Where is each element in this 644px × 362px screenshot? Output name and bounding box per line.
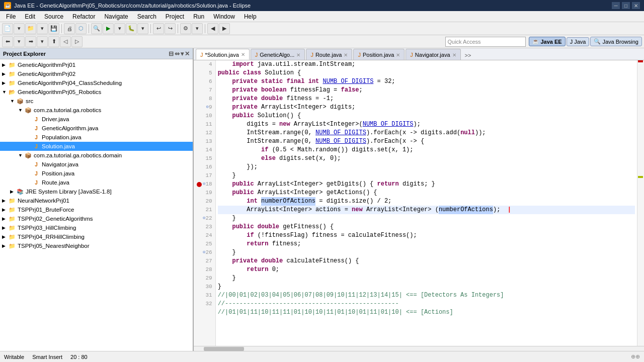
tab-navigator[interactable]: J Navigator.java ✕ (406, 49, 460, 60)
tree-item-driver[interactable]: J Driver.java (0, 115, 193, 124)
maximize-button[interactable]: □ (622, 2, 630, 9)
tree-item-tsp04[interactable]: ▶ 📁 TSPPrj04_RRHillClimbing (0, 232, 193, 241)
menu-edit[interactable]: Edit (21, 12, 39, 21)
menu-navigate[interactable]: Navigate (100, 12, 132, 21)
tree-item-pkg1[interactable]: ▼ 📦 com.za.tutorial.ga.robotics (0, 106, 193, 115)
quick-access-input[interactable]: Quick Access (445, 37, 526, 47)
perspective-java[interactable]: J Java (567, 37, 590, 46)
menu-file[interactable]: File (2, 12, 20, 21)
menu-project[interactable]: Project (162, 12, 188, 21)
code-editor[interactable]: 4 5 6 7 8 ⊖9 10 11 12 13 14 15 16 17 ⊖18 (194, 60, 644, 346)
project-explorer: Project Explorer ⊟ ⇔ ▾ ✕ ▶ 📁 GeneticAlgo… (0, 48, 194, 351)
print-button[interactable]: 🖨 (64, 23, 75, 34)
tab-close-route[interactable]: ✕ (344, 52, 348, 58)
line-6: 6 (197, 77, 212, 86)
tab-geneticalgo[interactable]: J GeneticAlgo... ✕ (251, 49, 305, 60)
sep3 (150, 24, 151, 33)
build-button[interactable]: ⚙ (180, 23, 191, 34)
tree-item-prj04[interactable]: ▶ 📁 GeneticAlgorithmPrj04_ClassSchedulin… (0, 78, 193, 87)
menu-source[interactable]: Source (40, 12, 67, 21)
up-button[interactable]: ⬆ (48, 36, 59, 47)
tab-route[interactable]: J Route.java ✕ (306, 49, 352, 60)
sep4 (178, 24, 178, 33)
tree-label: GeneticAlgorithmPrj04_ClassScheduling (18, 80, 122, 86)
line-numbers: 4 5 6 7 8 ⊖9 10 11 12 13 14 15 16 17 ⊖18 (194, 60, 216, 346)
new-button[interactable]: 📄 (2, 23, 13, 34)
pe-collapse-icon[interactable]: ⊟ (169, 50, 174, 57)
pe-close-icon[interactable]: ✕ (185, 50, 190, 57)
debug-run-button[interactable]: 🐛 (126, 23, 137, 34)
tree-item-population[interactable]: J Population.java (0, 133, 193, 142)
new-dropdown[interactable]: ▾ (14, 23, 25, 34)
code-line-32: //--------------------------------------… (218, 300, 635, 308)
close-button[interactable]: ✕ (632, 2, 640, 9)
tree-item-solution[interactable]: J Solution.java (0, 142, 193, 151)
tab-close-navigator[interactable]: ✕ (452, 52, 456, 58)
perspective-java-browsing[interactable]: 🔍 Java Browsing (590, 37, 642, 46)
tree-item-route[interactable]: J Route.java (0, 178, 193, 187)
debug-dropdown[interactable]: ▾ (137, 23, 148, 34)
minimize-button[interactable]: ─ (612, 2, 620, 9)
line-10: 10 (197, 112, 212, 120)
tab-overflow[interactable]: >> (462, 51, 474, 60)
back-dropdown[interactable]: ▾ (14, 36, 25, 47)
next-edit-button[interactable]: ▷ (71, 36, 83, 47)
tab-close-ga[interactable]: ✕ (296, 52, 300, 58)
prev-annotation[interactable]: ◀ (207, 23, 218, 34)
menu-window[interactable]: Window (209, 12, 239, 21)
tree-item-prj01[interactable]: ▶ 📁 GeneticAlgorithmPrj01 (0, 60, 193, 69)
tree-item-nn[interactable]: ▶ 📁 NeuralNetworkPrj01 (0, 196, 193, 205)
back-button[interactable]: ⬅ (2, 36, 13, 47)
window-title: Java EE - GeneticAlgorithmPrj05_Robotics… (14, 3, 251, 9)
tree-item-tsp05[interactable]: ▶ 📁 TSPPrj05_NearestNeighbor (0, 241, 193, 250)
menu-help[interactable]: Help (240, 12, 261, 21)
undo-button[interactable]: ↩ (153, 23, 164, 34)
tree-item-tsp03[interactable]: ▶ 📁 TSPPrj03_HillClimbing (0, 223, 193, 232)
menu-search[interactable]: Search (133, 12, 160, 21)
tree-item-jre[interactable]: ▶ 📚 JRE System Library [JavaSE-1.8] (0, 187, 193, 196)
tree-item-prj02[interactable]: ▶ 📁 GeneticAlgorithmPrj02 (0, 69, 193, 78)
code-content[interactable]: import java.util.stream.IntStream; publi… (216, 60, 637, 346)
tab-close-solution[interactable]: ✕ (241, 52, 245, 57)
hscroll-thumb[interactable] (204, 347, 244, 351)
open-button[interactable]: 📁 (25, 23, 36, 34)
project-explorer-header: Project Explorer ⊟ ⇔ ▾ ✕ (0, 48, 193, 59)
tree-item-pkg2[interactable]: ▼ 📦 com.za.tutorial.ga.robotics.domain (0, 151, 193, 160)
redo-button[interactable]: ↪ (165, 23, 176, 34)
tree-item-tsp02[interactable]: ▶ 📁 TSPPrj02_GeneticAlgorithms (0, 214, 193, 223)
tab-solution[interactable]: J *Solution.java ✕ (196, 49, 250, 60)
menu-run[interactable]: Run (189, 12, 208, 21)
next-annotation[interactable]: ▶ (219, 23, 230, 34)
save-button[interactable]: 💾 (48, 23, 59, 34)
tree-label: Solution.java (42, 143, 75, 149)
run-dropdown[interactable]: ▾ (114, 23, 125, 34)
tree-item-navigator[interactable]: J Navigator.java (0, 160, 193, 169)
search-button[interactable]: 🔍 (91, 23, 102, 34)
tree-item-ga[interactable]: J GeneticAlgorithm.java (0, 124, 193, 133)
debug-button[interactable]: ⬡ (75, 23, 87, 34)
open-dropdown[interactable]: ▾ (37, 23, 48, 34)
code-line-18: public ArrayList<Integer> getDigits() { … (218, 180, 635, 189)
tree-label: GeneticAlgorithmPrj02 (18, 71, 75, 77)
run-button[interactable]: ▶ (103, 23, 114, 34)
perspective-javaee[interactable]: ☕ Java EE (529, 37, 566, 46)
menu-refactor[interactable]: Refactor (68, 12, 99, 21)
tree-item-position[interactable]: J Position.java (0, 169, 193, 178)
tree-item-tsp01[interactable]: ▶ 📁 TSPPrj01_BruteForce (0, 205, 193, 214)
tree-item-src[interactable]: ▼ 📦 src (0, 97, 193, 106)
line-28: 28 (197, 265, 212, 274)
folder-icon: 📁 (8, 70, 16, 78)
tab-close-position[interactable]: ✕ (396, 52, 400, 58)
prev-edit-button[interactable]: ◁ (60, 36, 71, 47)
tree-item-prj05[interactable]: ▼ 📂 GeneticAlgorithmPrj05_Robotics (0, 87, 193, 97)
code-line-19: public ArrayList<Integer> getActions() { (218, 189, 635, 197)
editor-tabs: J *Solution.java ✕ J GeneticAlgo... ✕ J … (194, 48, 644, 60)
forward-button[interactable]: ➡ (25, 36, 36, 47)
pe-link-icon[interactable]: ⇔ (175, 50, 180, 57)
build-dropdown[interactable]: ▾ (192, 23, 203, 34)
line-31: 31 (197, 291, 212, 300)
pe-menu-icon[interactable]: ▾ (181, 50, 184, 57)
forward-dropdown[interactable]: ▾ (37, 36, 48, 47)
horizontal-scrollbar[interactable] (194, 346, 644, 351)
tab-position[interactable]: J Position.java ✕ (353, 49, 405, 60)
